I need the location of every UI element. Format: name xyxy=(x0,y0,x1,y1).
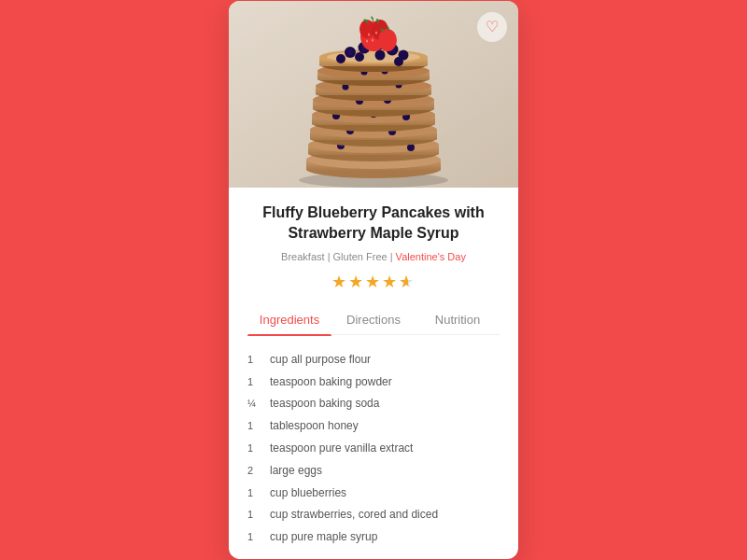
tab-bar: Ingredients Directions Nutrition xyxy=(247,305,500,335)
ingredient-text: cup strawberries, cored and diced xyxy=(270,507,438,523)
ingredient-qty: 1 xyxy=(247,441,270,455)
rating-stars: ★★★★★★ xyxy=(247,272,500,292)
list-item: 2large eggs xyxy=(247,459,500,482)
ingredient-qty: 1 xyxy=(247,486,270,500)
svg-point-61 xyxy=(336,54,345,63)
svg-point-60 xyxy=(378,29,397,51)
svg-point-44 xyxy=(347,49,353,55)
recipe-tags: Breakfast | Gluten Free | Valentine's Da… xyxy=(247,251,500,262)
ingredient-text: cup blueberries xyxy=(270,485,346,501)
favorite-button[interactable]: ♡ xyxy=(477,12,507,42)
ingredient-text: cup all purpose flour xyxy=(270,352,371,368)
list-item: 1cup pure maple syrup xyxy=(247,526,500,549)
svg-point-63 xyxy=(394,57,403,66)
ingredient-text: teaspoon baking powder xyxy=(270,374,392,390)
tags-text: Breakfast | Gluten Free | xyxy=(281,251,396,262)
tab-directions[interactable]: Directions xyxy=(331,305,416,334)
ingredient-text: large eggs xyxy=(270,463,322,479)
list-item: 1teaspoon pure vanilla extract xyxy=(247,437,500,459)
svg-point-56 xyxy=(368,33,370,35)
list-item: ¼teaspoon baking soda xyxy=(247,393,500,415)
star-4: ★ xyxy=(382,273,399,291)
star-1: ★ xyxy=(331,273,348,291)
ingredient-text: tablespoon honey xyxy=(270,418,359,434)
recipe-image: ♡ xyxy=(229,1,518,188)
ingredient-qty: 1 xyxy=(247,375,270,389)
ingredient-text: teaspoon pure vanilla extract xyxy=(270,441,413,456)
ingredient-qty: 1 xyxy=(247,419,270,433)
svg-point-51 xyxy=(375,49,386,60)
ingredient-text: teaspoon baking soda xyxy=(270,396,379,412)
svg-point-57 xyxy=(375,31,377,34)
ingredient-qty: 2 xyxy=(247,464,270,478)
list-item: 1cup strawberries, cored and diced xyxy=(247,504,500,526)
ingredient-qty: 1 xyxy=(247,353,270,367)
heart-icon: ♡ xyxy=(486,20,499,35)
card-body: Fluffy Blueberry Pancakes with Strawberr… xyxy=(229,188,518,560)
star-2: ★ xyxy=(348,273,365,291)
ingredients-list: 1cup all purpose flour1teaspoon baking p… xyxy=(247,348,500,548)
holiday-tag: Valentine's Day xyxy=(396,251,466,262)
svg-point-58 xyxy=(372,38,374,41)
ingredient-qty: ¼ xyxy=(247,397,270,411)
tab-nutrition[interactable]: Nutrition xyxy=(416,305,500,334)
ingredient-qty: 1 xyxy=(247,530,270,544)
star-3: ★ xyxy=(365,273,382,291)
list-item: 1tablespoon honey xyxy=(247,415,500,438)
svg-point-52 xyxy=(355,52,364,62)
list-item: 1cup blueberries xyxy=(247,482,500,504)
list-item: 1teaspoon baking powder xyxy=(247,371,500,393)
tab-ingredients[interactable]: Ingredients xyxy=(247,305,331,334)
list-item: 1cup all purpose flour xyxy=(247,348,500,371)
ingredient-text: cup pure maple syrup xyxy=(270,529,377,545)
ingredient-qty: 1 xyxy=(247,508,270,522)
recipe-title: Fluffy Blueberry Pancakes with Strawberr… xyxy=(247,203,500,245)
svg-point-59 xyxy=(366,39,368,42)
star-half: ★★ xyxy=(399,272,416,292)
recipe-card: ♡ Fluffy Blueberry Pancakes with Strawbe… xyxy=(229,1,518,560)
